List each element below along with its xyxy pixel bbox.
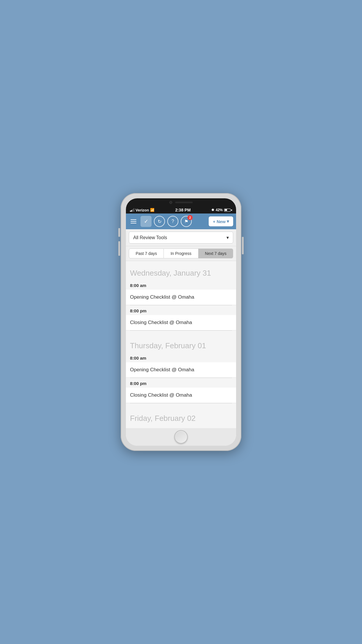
menu-button[interactable] <box>129 218 138 225</box>
status-left: Verizon 📶 <box>130 208 154 212</box>
schedule-content: Wednesday, January 31 8:00 am Opening Ch… <box>126 261 236 428</box>
day-header-wed: Wednesday, January 31 <box>126 264 236 280</box>
time-label-wed-pm: 8:00 pm <box>126 305 236 315</box>
power-button[interactable] <box>242 237 244 254</box>
day-header-fri: Friday, February 02 <box>126 409 236 425</box>
filter-section: All Review Tools ▾ <box>126 229 236 246</box>
vol-up-button[interactable] <box>118 228 120 237</box>
status-bar: Verizon 📶 2:38 PM ✸ 42% <box>126 206 236 214</box>
list-item[interactable]: Opening Checklist @ Omaha <box>126 290 236 305</box>
time-label-thu-pm: 8:00 pm <box>126 378 236 388</box>
checklist-button[interactable]: ✓ <box>140 216 152 227</box>
day-section-thu: Thursday, February 01 8:00 am Opening Ch… <box>126 334 236 406</box>
signal-icon <box>130 208 134 212</box>
list-item[interactable]: Opening Checklist @ Omaha <box>126 362 236 378</box>
phone-top-notch <box>126 198 236 206</box>
divider <box>130 330 232 331</box>
filter-dropdown[interactable]: All Review Tools ▾ <box>129 232 233 244</box>
time-label-thu-am: 8:00 am <box>126 353 236 362</box>
status-right: ✸ 42% <box>211 208 232 212</box>
flag-button[interactable]: ⚑ 2 <box>181 216 192 227</box>
tab-in-progress[interactable]: In Progress <box>164 249 198 258</box>
help-icon: ? <box>172 219 174 224</box>
new-button-label: + New <box>213 219 226 224</box>
phone-bottom <box>126 428 236 446</box>
clock: 2:38 PM <box>175 208 191 212</box>
earpiece-speaker <box>175 202 193 203</box>
tab-next-7-days[interactable]: Next 7 days <box>198 249 233 258</box>
refresh-button[interactable]: ↻ <box>154 216 165 227</box>
day-header-thu: Thursday, February 01 <box>126 337 236 353</box>
wifi-icon: 📶 <box>150 208 154 212</box>
new-button[interactable]: + New ▾ <box>209 216 233 226</box>
flag-icon: ⚑ <box>184 219 188 224</box>
list-item[interactable]: Closing Checklist @ Omaha <box>126 388 236 403</box>
day-section-fri: Friday, February 02 <box>126 406 236 428</box>
nav-bar: ✓ ↻ ? ⚑ 2 + New ▾ <box>126 214 236 229</box>
front-camera <box>169 201 172 204</box>
tab-past-7-days[interactable]: Past 7 days <box>129 249 164 258</box>
help-button[interactable]: ? <box>167 216 178 227</box>
notification-badge: 2 <box>187 215 193 220</box>
battery-percent: 42% <box>216 208 223 212</box>
time-label-wed-am: 8:00 am <box>126 280 236 290</box>
new-dropdown-icon: ▾ <box>227 219 229 224</box>
filter-dropdown-arrow: ▾ <box>226 235 229 240</box>
day-section-wed: Wednesday, January 31 8:00 am Opening Ch… <box>126 261 236 334</box>
list-item[interactable]: Closing Checklist @ Omaha <box>126 315 236 330</box>
home-button[interactable] <box>174 430 188 444</box>
filter-selected-label: All Review Tools <box>133 235 167 240</box>
tab-bar: Past 7 days In Progress Next 7 days <box>126 246 236 261</box>
vol-down-button[interactable] <box>118 241 120 256</box>
check-icon: ✓ <box>144 218 148 225</box>
carrier-label: Verizon <box>136 208 149 212</box>
phone-screen: Verizon 📶 2:38 PM ✸ 42% ✓ <box>126 198 236 446</box>
divider <box>130 403 232 403</box>
refresh-icon: ↻ <box>158 219 161 224</box>
phone-frame: Verizon 📶 2:38 PM ✸ 42% ✓ <box>121 193 241 451</box>
bluetooth-icon: ✸ <box>211 208 214 212</box>
battery-icon <box>224 209 232 212</box>
